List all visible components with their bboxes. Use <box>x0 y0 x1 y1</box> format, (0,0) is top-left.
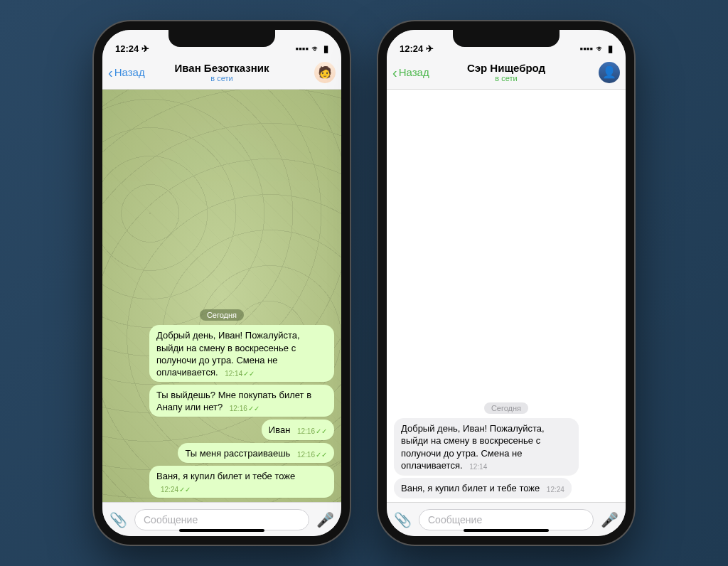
phone-left: 12:24 ✈︎ ▪▪▪▪ ᯤ ▮ ‹ Назад Иван Безотказн… <box>94 21 350 545</box>
location-icon: ✈︎ <box>141 43 149 54</box>
message-out[interactable]: Добрый день, Иван! Пожалуйста, выйди на … <box>149 325 334 382</box>
back-button[interactable]: ‹ Назад <box>108 65 145 80</box>
status-time: 12:24 <box>115 43 139 54</box>
message-text: Ваня, я купил билет и тебе тоже <box>401 483 540 493</box>
location-icon: ✈︎ <box>426 43 434 54</box>
message-in[interactable]: Добрый день, Иван! Пожалуйста, выйди на … <box>394 418 579 475</box>
message-out[interactable]: Ты меня расстраиваешь 12:16✓✓ <box>178 443 334 463</box>
phone-right: 12:24 ✈︎ ▪▪▪▪ ᯤ ▮ ‹ Назад Сэр Нищеброд в… <box>378 21 634 545</box>
message-time: 12:14 <box>225 370 242 378</box>
mic-icon[interactable]: 🎤 <box>601 511 619 528</box>
message-time: 12:16 <box>230 405 247 412</box>
wifi-icon: ᯤ <box>311 43 321 54</box>
message-text: Иван <box>269 424 291 435</box>
attach-icon[interactable]: 📎 <box>394 511 412 528</box>
message-in[interactable]: Ваня, я купил билет и тебе тоже 12:24 <box>394 478 572 498</box>
read-ticks-icon: ✓✓ <box>316 427 327 435</box>
mic-icon[interactable]: 🎤 <box>316 511 334 528</box>
message-time: 12:16 <box>297 427 315 435</box>
message-out[interactable]: Иван 12:16✓✓ <box>262 420 334 439</box>
attach-icon[interactable]: 📎 <box>109 511 127 528</box>
read-ticks-icon: ✓✓ <box>248 405 259 412</box>
back-button[interactable]: ‹ Назад <box>392 65 429 80</box>
read-ticks-icon: ✓✓ <box>179 486 191 493</box>
date-separator: Сегодня <box>200 309 244 321</box>
message-out[interactable]: Ты выйдешь? Мне покупать билет в Анапу и… <box>149 385 334 417</box>
message-time: 12:24 <box>547 486 564 493</box>
message-time: 12:14 <box>469 463 487 471</box>
input-placeholder: Сообщение <box>428 514 482 525</box>
message-input[interactable]: Сообщение <box>419 509 594 530</box>
notch <box>453 30 560 47</box>
chat-area[interactable]: Сегодня Добрый день, Иван! Пожалуйста, в… <box>387 90 626 502</box>
battery-icon: ▮ <box>323 43 328 54</box>
date-separator: Сегодня <box>484 402 528 414</box>
signal-icon: ▪▪▪▪ <box>296 43 309 54</box>
message-out[interactable]: Ваня, я купил билет и тебе тоже 12:24✓✓ <box>149 466 334 498</box>
avatar[interactable]: 🧑 <box>314 62 336 83</box>
avatar[interactable]: 👤 <box>599 62 620 83</box>
status-time: 12:24 <box>400 43 423 54</box>
signal-icon: ▪▪▪▪ <box>580 43 593 54</box>
message-time: 12:24 <box>161 486 178 493</box>
read-ticks-icon: ✓✓ <box>243 370 255 378</box>
message-text: Ты меня расстраиваешь <box>185 448 290 459</box>
back-label: Назад <box>114 66 145 78</box>
home-indicator[interactable] <box>179 529 264 532</box>
read-ticks-icon: ✓✓ <box>316 451 327 459</box>
message-time: 12:16 <box>297 451 315 459</box>
nav-bar: ‹ Назад Иван Безотказник в сети 🧑 <box>102 55 341 90</box>
notch <box>168 30 275 47</box>
chevron-left-icon: ‹ <box>108 65 113 80</box>
chat-area[interactable]: Сегодня Добрый день, Иван! Пожалуйста, в… <box>102 90 341 502</box>
input-placeholder: Сообщение <box>144 514 198 525</box>
message-input[interactable]: Сообщение <box>134 509 309 530</box>
battery-icon: ▮ <box>608 43 613 54</box>
message-text: Ваня, я купил билет и тебе тоже <box>156 471 295 481</box>
home-indicator[interactable] <box>464 529 549 532</box>
back-label: Назад <box>399 66 429 78</box>
wifi-icon: ᯤ <box>596 43 605 54</box>
chevron-left-icon: ‹ <box>392 65 397 80</box>
nav-bar: ‹ Назад Сэр Нищеброд в сети 👤 <box>387 55 626 90</box>
